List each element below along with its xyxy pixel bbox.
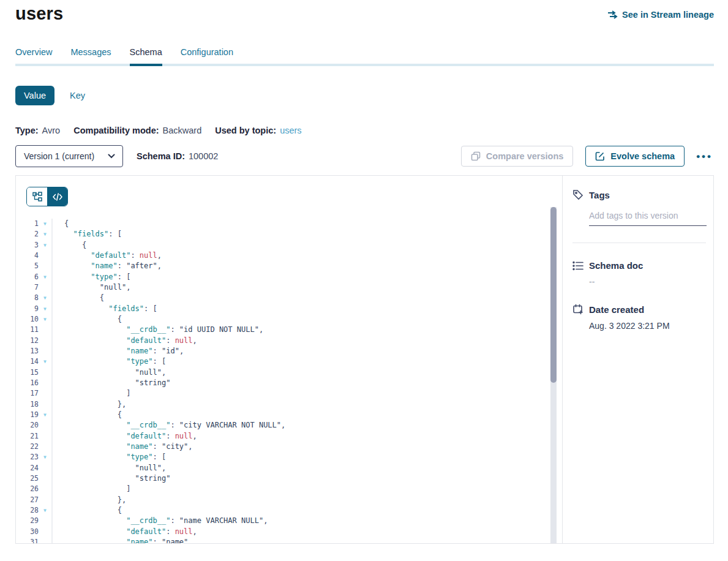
tag-icon bbox=[572, 189, 584, 200]
code-text: { bbox=[53, 505, 122, 516]
fold-gutter bbox=[39, 336, 53, 346]
code-line: 7 "null", bbox=[16, 282, 562, 293]
code-text: "default": null, bbox=[53, 336, 197, 346]
topic-link[interactable]: users bbox=[280, 126, 301, 135]
editor-scrollbar-thumb[interactable] bbox=[550, 207, 557, 383]
version-bar: Version 1 (current) Schema ID: 100002 Co… bbox=[15, 145, 714, 167]
fold-arrow-icon[interactable]: ▼ bbox=[39, 229, 53, 239]
code-line: 13 "name": "id", bbox=[16, 346, 562, 356]
fold-gutter bbox=[39, 399, 53, 410]
line-number: 24 bbox=[16, 463, 39, 473]
schema-id-value: 100002 bbox=[189, 151, 218, 161]
key-tab-button[interactable]: Key bbox=[70, 91, 85, 100]
date-created-value: Aug. 3 2022 3:21 PM bbox=[589, 321, 713, 331]
code-line: 8▼ { bbox=[16, 293, 562, 303]
code-text: "__crdb__": "city VARCHAR NOT NULL", bbox=[53, 420, 285, 431]
fold-arrow-icon[interactable]: ▼ bbox=[39, 240, 53, 250]
editor-toolbar bbox=[16, 176, 562, 206]
value-tab-button[interactable]: Value bbox=[15, 86, 54, 105]
code-line: 18 }, bbox=[16, 399, 562, 410]
code-text: { bbox=[53, 293, 104, 303]
fold-arrow-icon[interactable]: ▼ bbox=[39, 272, 53, 282]
code-lines: 1▼{2▼ "fields": [3▼ {4 "default": null,5… bbox=[16, 219, 562, 543]
fold-arrow-icon[interactable]: ▼ bbox=[39, 356, 53, 367]
fold-arrow-icon[interactable]: ▼ bbox=[39, 410, 53, 420]
add-tags-input[interactable] bbox=[589, 211, 707, 226]
code-line: 29 "__crdb__": "name VARCHAR NULL", bbox=[16, 516, 562, 526]
version-select[interactable]: Version 1 (current) bbox=[15, 145, 123, 167]
fold-arrow-icon[interactable]: ▼ bbox=[39, 219, 53, 229]
code-line: 10▼ { bbox=[16, 314, 562, 325]
schema-code-editor[interactable]: 1▼{2▼ "fields": [3▼ {4 "default": null,5… bbox=[16, 219, 562, 543]
line-number: 7 bbox=[16, 282, 39, 293]
list-icon bbox=[572, 261, 584, 271]
code-text: "string" bbox=[53, 473, 170, 484]
code-line: 24 "null", bbox=[16, 463, 562, 473]
line-number: 27 bbox=[16, 495, 39, 505]
fold-gutter bbox=[39, 431, 53, 442]
line-number: 20 bbox=[16, 420, 39, 431]
stream-lineage-link[interactable]: See in Stream lineage bbox=[607, 10, 714, 20]
fold-gutter bbox=[39, 378, 53, 388]
code-line: 28▼ { bbox=[16, 505, 562, 516]
evolve-schema-button[interactable]: Evolve schema bbox=[585, 146, 685, 167]
code-text: "null", bbox=[53, 367, 166, 378]
line-number: 26 bbox=[16, 484, 39, 494]
code-text: { bbox=[53, 219, 69, 229]
compare-versions-icon bbox=[471, 151, 481, 161]
code-line: 21 "default": null, bbox=[16, 431, 562, 442]
tab-configuration[interactable]: Configuration bbox=[181, 47, 233, 64]
line-number: 4 bbox=[16, 250, 39, 261]
code-text: "fields": [ bbox=[53, 304, 157, 314]
code-text: { bbox=[53, 240, 86, 250]
code-line: 16 "string" bbox=[16, 378, 562, 388]
fold-arrow-icon[interactable]: ▼ bbox=[39, 505, 53, 516]
line-number: 3 bbox=[16, 240, 39, 250]
stream-lineage-icon bbox=[607, 10, 618, 19]
fold-gutter bbox=[39, 346, 53, 356]
code-line: 12 "default": null, bbox=[16, 336, 562, 346]
code-line: 27 }, bbox=[16, 495, 562, 505]
fold-gutter bbox=[39, 250, 53, 261]
line-number: 17 bbox=[16, 388, 39, 399]
tree-view-icon bbox=[32, 192, 42, 201]
line-number: 15 bbox=[16, 367, 39, 378]
date-created-section: Date created Aug. 3 2022 3:21 PM bbox=[572, 304, 713, 331]
code-line: 6▼ "type": [ bbox=[16, 272, 562, 282]
code-view-button[interactable] bbox=[47, 187, 67, 206]
code-line: 2▼ "fields": [ bbox=[16, 229, 562, 239]
fold-gutter bbox=[39, 420, 53, 431]
code-text: "name": "city", bbox=[53, 442, 193, 452]
chevron-down-icon bbox=[108, 154, 115, 159]
fold-arrow-icon[interactable]: ▼ bbox=[39, 293, 53, 303]
schema-id: Schema ID: 100002 bbox=[137, 151, 218, 161]
code-text: "null", bbox=[53, 463, 166, 473]
fold-gutter bbox=[39, 516, 53, 526]
tab-overview[interactable]: Overview bbox=[15, 47, 52, 64]
tab-schema[interactable]: Schema bbox=[130, 47, 162, 66]
line-number: 22 bbox=[16, 442, 39, 452]
code-text: ] bbox=[53, 484, 130, 494]
tab-messages[interactable]: Messages bbox=[70, 47, 111, 64]
tags-heading-label: Tags bbox=[589, 190, 610, 200]
page-header: users See in Stream lineage bbox=[15, 4, 714, 24]
line-number: 29 bbox=[16, 516, 39, 526]
line-number: 25 bbox=[16, 473, 39, 484]
fold-gutter bbox=[39, 484, 53, 494]
more-options-button[interactable]: ••• bbox=[695, 149, 714, 164]
editor-scrollbar[interactable] bbox=[550, 207, 557, 543]
fold-gutter bbox=[39, 367, 53, 378]
tree-view-button[interactable] bbox=[27, 187, 47, 206]
fold-arrow-icon[interactable]: ▼ bbox=[39, 304, 53, 314]
code-text: "fields": [ bbox=[53, 229, 122, 239]
code-text: "string" bbox=[53, 378, 170, 388]
code-text: "type": [ bbox=[53, 452, 166, 462]
code-text: "name": "id", bbox=[53, 346, 184, 356]
code-text: "default": null, bbox=[53, 250, 162, 261]
code-text: "__crdb__": "id UUID NOT NULL", bbox=[53, 325, 263, 335]
compare-versions-button[interactable]: Compare versions bbox=[461, 146, 574, 167]
fold-arrow-icon[interactable]: ▼ bbox=[39, 452, 53, 462]
line-number: 31 bbox=[16, 537, 39, 543]
fold-arrow-icon[interactable]: ▼ bbox=[39, 314, 53, 325]
evolve-schema-label: Evolve schema bbox=[610, 151, 675, 161]
